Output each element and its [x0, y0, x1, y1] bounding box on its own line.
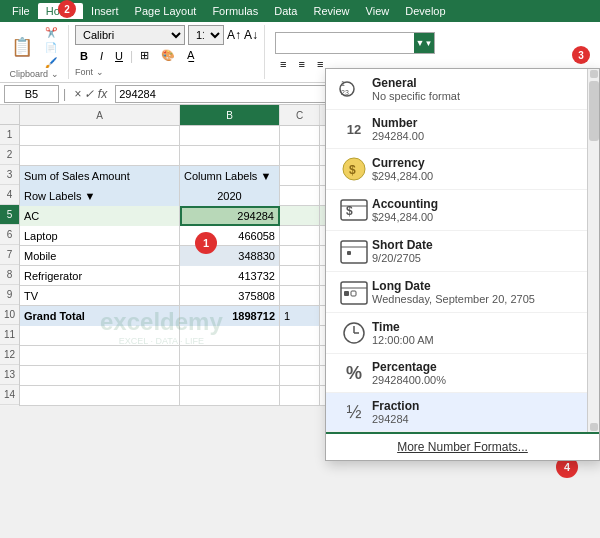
general-format-name: General: [372, 76, 577, 90]
format-fraction-item[interactable]: ½ Fraction 294284: [326, 393, 587, 432]
cell-b12[interactable]: [180, 346, 280, 366]
number-format-icon: 12: [336, 122, 372, 137]
cell-c3[interactable]: [280, 166, 320, 186]
cell-b1[interactable]: [180, 126, 280, 146]
format-currency-item[interactable]: $ Currency $294,284.00: [326, 149, 587, 190]
cell-b5-selected[interactable]: 294284: [180, 206, 280, 226]
align-center-button[interactable]: ≡: [293, 56, 309, 72]
cell-a12[interactable]: [20, 346, 180, 366]
fx-label: × ✓ fx: [70, 87, 111, 101]
cell-c4[interactable]: [280, 186, 320, 206]
time-format-value: 12:00:00 AM: [372, 334, 577, 346]
copy-button[interactable]: 📄: [40, 40, 62, 54]
cell-b10[interactable]: 1898712: [180, 306, 280, 326]
font-name-select[interactable]: Calibri: [75, 25, 185, 45]
col-header-b[interactable]: B: [180, 105, 280, 125]
cell-a5[interactable]: AC: [20, 206, 180, 226]
format-percentage-item[interactable]: % Percentage 29428400.00%: [326, 354, 587, 393]
cell-b8[interactable]: 413732: [180, 266, 280, 286]
menu-file[interactable]: File: [4, 3, 38, 19]
cell-b4[interactable]: 2020: [180, 186, 280, 206]
menu-view[interactable]: View: [358, 3, 398, 19]
cell-c5[interactable]: [280, 206, 320, 226]
long-date-format-value: Wednesday, September 20, 2705: [372, 293, 577, 305]
cell-c6[interactable]: [280, 226, 320, 246]
row-num-7: 7: [0, 245, 19, 265]
format-time-item[interactable]: Time 12:00:00 AM: [326, 313, 587, 354]
currency-format-value: $294,284.00: [372, 170, 577, 182]
cell-a13[interactable]: [20, 366, 180, 386]
row-num-13: 13: [0, 365, 19, 385]
cell-c10[interactable]: 1: [280, 306, 320, 326]
font-size-select[interactable]: 11: [188, 25, 224, 45]
format-general-item[interactable]: 1 23 General No specific format: [326, 69, 587, 110]
menu-insert[interactable]: Insert: [83, 3, 127, 19]
format-painter-button[interactable]: 🖌️: [40, 55, 62, 69]
cell-a1[interactable]: [20, 126, 180, 146]
cell-b2[interactable]: [180, 146, 280, 166]
decrease-font-button[interactable]: A↓: [244, 28, 258, 42]
cell-c1[interactable]: [280, 126, 320, 146]
cell-b3[interactable]: Column Labels ▼: [180, 166, 280, 186]
more-number-formats-button[interactable]: More Number Formats...: [326, 432, 599, 460]
cell-a10[interactable]: Grand Total: [20, 306, 180, 326]
dropdown-scrollbar[interactable]: [587, 69, 599, 432]
badge-1: 1: [195, 232, 217, 254]
cell-a3[interactable]: Sum of Sales Amount: [20, 166, 180, 186]
format-short-date-item[interactable]: Short Date 9/20/2705: [326, 231, 587, 272]
cell-b14[interactable]: [180, 386, 280, 406]
cell-c12[interactable]: [280, 346, 320, 366]
cell-c8[interactable]: [280, 266, 320, 286]
menu-formulas[interactable]: Formulas: [204, 3, 266, 19]
time-format-name: Time: [372, 320, 577, 334]
scrollbar-thumb[interactable]: [589, 81, 599, 141]
cell-c13[interactable]: [280, 366, 320, 386]
cell-reference-input[interactable]: [4, 85, 59, 103]
col-header-a[interactable]: A: [20, 105, 180, 125]
percentage-format-value: 29428400.00%: [372, 374, 577, 386]
general-format-value: No specific format: [372, 90, 577, 102]
menu-page-layout[interactable]: Page Layout: [127, 3, 205, 19]
svg-rect-5: [341, 200, 367, 220]
menu-data[interactable]: Data: [266, 3, 305, 19]
cell-a9[interactable]: TV: [20, 286, 180, 306]
format-long-date-item[interactable]: Long Date Wednesday, September 20, 2705: [326, 272, 587, 313]
cell-c2[interactable]: [280, 146, 320, 166]
menu-review[interactable]: Review: [305, 3, 357, 19]
cell-a6[interactable]: Laptop: [20, 226, 180, 246]
increase-font-button[interactable]: A↑: [227, 28, 241, 42]
cell-b9[interactable]: 375808: [180, 286, 280, 306]
row-num-9: 9: [0, 285, 19, 305]
number-format-dropdown[interactable]: ▼: [414, 33, 434, 53]
cell-a14[interactable]: [20, 386, 180, 406]
italic-button[interactable]: I: [95, 48, 108, 64]
cell-b7[interactable]: 348830: [180, 246, 280, 266]
bold-button[interactable]: B: [75, 48, 93, 64]
number-format-value: 294284.00: [372, 130, 577, 142]
cell-b11[interactable]: [180, 326, 280, 346]
cell-a8[interactable]: Refrigerator: [20, 266, 180, 286]
menu-develop[interactable]: Develop: [397, 3, 453, 19]
format-number-item[interactable]: 12 Number 294284.00: [326, 110, 587, 149]
svg-rect-8: [341, 241, 367, 263]
currency-format-name: Currency: [372, 156, 577, 170]
number-format-box[interactable]: ▼: [275, 32, 435, 54]
underline-button[interactable]: U: [110, 48, 128, 64]
cell-c11[interactable]: [280, 326, 320, 346]
cell-c9[interactable]: [280, 286, 320, 306]
fill-color-button[interactable]: 🎨: [156, 47, 180, 64]
format-accounting-item[interactable]: $ Accounting $294,284.00: [326, 190, 587, 231]
cell-a4[interactable]: Row Labels ▼: [20, 186, 180, 206]
cell-b13[interactable]: [180, 366, 280, 386]
align-left-button[interactable]: ≡: [275, 56, 291, 72]
cell-c14[interactable]: [280, 386, 320, 406]
cell-a2[interactable]: [20, 146, 180, 166]
cell-c7[interactable]: [280, 246, 320, 266]
cell-a11[interactable]: [20, 326, 180, 346]
font-color-button[interactable]: A̲: [182, 47, 200, 64]
border-button[interactable]: ⊞: [135, 47, 154, 64]
paste-button[interactable]: 📋: [6, 29, 38, 65]
col-header-c[interactable]: C: [280, 105, 320, 125]
cut-button[interactable]: ✂️: [40, 25, 62, 39]
cell-a7[interactable]: Mobile: [20, 246, 180, 266]
